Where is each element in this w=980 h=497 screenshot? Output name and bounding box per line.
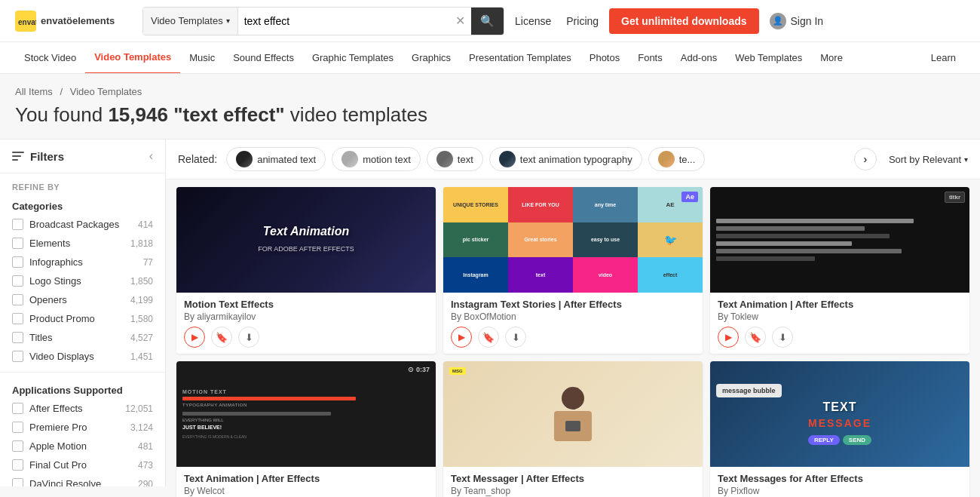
filter-checkbox[interactable] xyxy=(12,459,23,471)
filter-item[interactable]: Final Cut Pro 473 xyxy=(0,456,165,474)
related-tag-animated-text[interactable]: animated text xyxy=(226,147,326,171)
related-tag-motion-text[interactable]: motion text xyxy=(332,147,421,171)
card-preview-button[interactable]: ▶ xyxy=(451,327,472,348)
tag-thumb-te xyxy=(658,151,675,167)
filter-item[interactable]: DaVinci Resolve 290 xyxy=(0,474,165,486)
search-category-selector[interactable]: Video Templates ▾ xyxy=(143,8,238,35)
search-button[interactable]: 🔍 xyxy=(471,8,504,35)
filter-item[interactable]: Infographics 77 xyxy=(0,253,165,272)
filter-checkbox[interactable] xyxy=(12,403,23,414)
card-preview-button[interactable]: ▶ xyxy=(184,327,205,348)
card-text-messager-ae[interactable]: MSG Text Messager | After Effects By Tea… xyxy=(443,361,703,497)
subnav-item-graphic-templates[interactable]: Graphic Templates xyxy=(303,42,403,74)
subnav-item-learn[interactable]: Learn xyxy=(922,42,965,74)
related-tags-next-button[interactable]: › xyxy=(854,148,877,170)
card-title: Text Messages for After Effects xyxy=(718,473,962,484)
filter-item[interactable]: After Effects 12,051 xyxy=(0,399,165,418)
filter-checkbox[interactable] xyxy=(12,313,23,324)
card-text-animation-ae-1[interactable]: tItkr Text Animation | After Effects By … xyxy=(710,187,969,354)
filter-item[interactable]: Apple Motion 481 xyxy=(0,437,165,456)
card-text-animation-ae-2[interactable]: MOTION TEXT TYPOGRAPHY ANIMATION EVERYTH… xyxy=(176,361,436,497)
pricing-link[interactable]: Pricing xyxy=(566,15,599,27)
card-preview-button[interactable]: ▶ xyxy=(718,327,739,348)
sidebar-collapse-button[interactable]: ‹ xyxy=(149,149,153,163)
filter-checkbox[interactable] xyxy=(12,219,23,230)
clear-icon[interactable]: ✕ xyxy=(449,14,471,28)
search-input[interactable] xyxy=(238,8,449,35)
svg-rect-2 xyxy=(12,152,24,153)
card-title: Instagram Text Stories | After Effects xyxy=(451,299,695,310)
filter-checkbox[interactable] xyxy=(12,351,23,362)
svg-rect-4 xyxy=(12,159,18,161)
filter-label: Logo Stings xyxy=(29,275,124,287)
card-author: By Toklew xyxy=(718,311,962,322)
filter-checkbox[interactable] xyxy=(12,275,23,287)
filter-item[interactable]: Openers 4,199 xyxy=(0,290,165,309)
related-tag-text[interactable]: text xyxy=(427,147,483,171)
main-layout: Filters ‹ Refine by Categories Broadcast… xyxy=(0,140,980,497)
card-download-button[interactable]: ⬇ xyxy=(505,327,526,348)
refine-by-label: Refine by xyxy=(0,173,165,195)
subnav-item-web-templates[interactable]: Web Templates xyxy=(726,42,811,74)
card-bookmark-button[interactable]: 🔖 xyxy=(478,327,499,348)
filter-label: Broadcast Packages xyxy=(29,219,132,230)
get-unlimited-button[interactable]: Get unlimited downloads xyxy=(609,8,758,34)
logo[interactable]: envato envatöelements xyxy=(15,11,132,32)
related-tag-animation-typography[interactable]: text animation typography xyxy=(489,147,642,171)
filter-count: 1,580 xyxy=(130,314,153,324)
license-link[interactable]: License xyxy=(515,15,551,27)
filter-item[interactable]: Premiere Pro 3,124 xyxy=(0,418,165,437)
card-author: By Pixflow xyxy=(718,486,962,496)
sort-selector[interactable]: Sort by Relevant ▾ xyxy=(889,154,968,165)
card-info: Text Animation | After Effects By Welcot… xyxy=(176,467,436,497)
subnav-item-sound-effects[interactable]: Sound Effects xyxy=(224,42,303,74)
filter-item[interactable]: Elements 1,818 xyxy=(0,234,165,253)
card-motion-text-effects[interactable]: Text AnimationFOR ADOBE AFTER EFFECTS Mo… xyxy=(176,187,436,354)
filter-checkbox[interactable] xyxy=(12,238,23,249)
card-download-button[interactable]: ⬇ xyxy=(772,327,793,348)
filter-count: 77 xyxy=(143,257,153,268)
subnav-item-video-templates[interactable]: Video Templates xyxy=(85,42,180,74)
subnav-item-music[interactable]: Music xyxy=(180,42,224,74)
card-download-button[interactable]: ⬇ xyxy=(238,327,259,348)
filter-item[interactable]: Product Promo 1,580 xyxy=(0,309,165,328)
subnav-item-presentation-templates[interactable]: Presentation Templates xyxy=(460,42,580,74)
filter-label: Openers xyxy=(29,294,124,305)
filter-checkbox[interactable] xyxy=(12,332,23,343)
card-info: Instagram Text Stories | After Effects B… xyxy=(443,293,703,354)
filter-label: Final Cut Pro xyxy=(29,459,132,471)
logo-icon: envato xyxy=(15,11,36,32)
filter-checkbox[interactable] xyxy=(12,294,23,305)
card-text-messages-ae[interactable]: message bubble TEXT MESSAGE REPLY SEND T… xyxy=(710,361,969,497)
filter-item[interactable]: Logo Stings 1,850 xyxy=(0,272,165,290)
filter-count: 12,051 xyxy=(125,403,153,414)
subnav-item-stock-video[interactable]: Stock Video xyxy=(15,42,85,74)
card-actions: ▶ 🔖 ⬇ xyxy=(718,327,962,348)
card-thumbnail: message bubble TEXT MESSAGE REPLY SEND xyxy=(710,361,969,467)
tag-thumb-anim2 xyxy=(499,151,516,167)
subnav-item-photos[interactable]: Photos xyxy=(580,42,629,74)
tag-thumb-animated xyxy=(236,151,253,167)
filter-checkbox[interactable] xyxy=(12,256,23,268)
related-tag-more[interactable]: te... xyxy=(648,147,706,171)
card-instagram-text-stories[interactable]: UNIQUE STORIES LIKE FOR YOU any time AE … xyxy=(443,187,703,354)
filter-item[interactable]: Broadcast Packages 414 xyxy=(0,215,165,234)
subnav-item-more[interactable]: More xyxy=(811,42,852,74)
filter-checkbox[interactable] xyxy=(12,440,23,452)
filter-checkbox[interactable] xyxy=(12,478,23,486)
card-bookmark-button[interactable]: 🔖 xyxy=(745,327,766,348)
filter-item[interactable]: Titles 4,527 xyxy=(0,328,165,347)
card-bookmark-button[interactable]: 🔖 xyxy=(211,327,232,348)
related-tags: animated text motion text text text anim… xyxy=(226,147,848,171)
subnav-item-graphics[interactable]: Graphics xyxy=(403,42,460,74)
subnav-item-addons[interactable]: Add-ons xyxy=(672,42,726,74)
filter-count: 4,199 xyxy=(130,295,153,305)
sign-in[interactable]: 👤 Sign In xyxy=(770,13,824,29)
card-author: By Welcot xyxy=(184,486,428,496)
subnav-item-fonts[interactable]: Fonts xyxy=(629,42,672,74)
filter-item[interactable]: Video Displays 1,451 xyxy=(0,347,165,366)
search-bar: Video Templates ▾ ✕ 🔍 xyxy=(142,7,504,35)
page-title-prefix: You found xyxy=(15,103,108,126)
breadcrumb-all-items[interactable]: All Items xyxy=(15,86,53,97)
filter-checkbox[interactable] xyxy=(12,422,23,433)
